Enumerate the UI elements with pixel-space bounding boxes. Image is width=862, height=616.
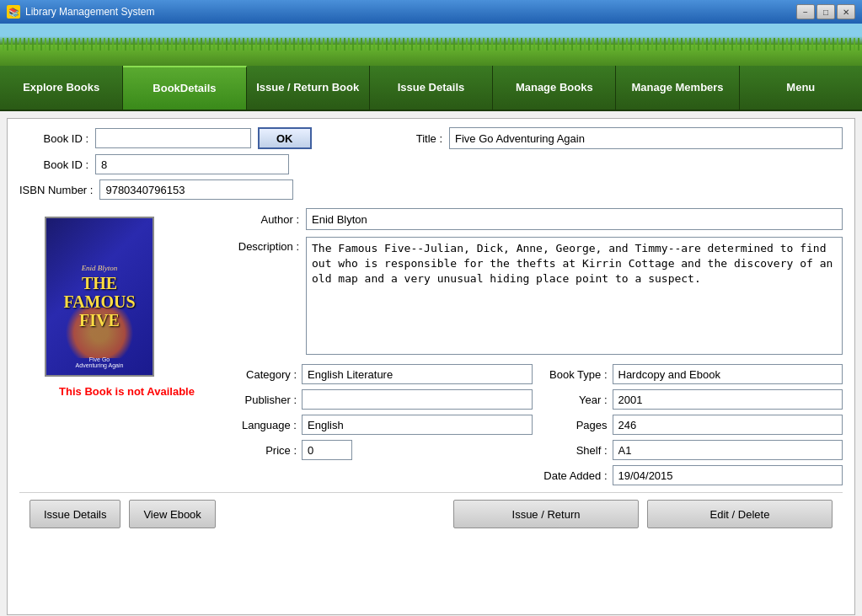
publisher-field: Publisher : xyxy=(230,389,533,410)
book-id-label2: Book ID : xyxy=(19,158,95,171)
pages-label: Pages xyxy=(541,419,613,431)
title-input[interactable] xyxy=(449,127,843,149)
year-input[interactable] xyxy=(613,389,843,410)
shelf-label: Shelf : xyxy=(541,444,613,457)
view-ebook-button[interactable]: View Ebook xyxy=(129,500,215,528)
category-input[interactable] xyxy=(302,364,533,384)
book-id-label1: Book ID : xyxy=(19,132,95,145)
cover-subtitle: Five GoAdventuring Again xyxy=(76,356,124,368)
nav-manage-members[interactable]: Manage Members xyxy=(616,66,739,110)
left-section: Enid Blyton THEFAMOUSFIVE Five GoAdventu… xyxy=(19,208,222,485)
shelf-input[interactable] xyxy=(613,440,843,460)
main-area: Enid Blyton THEFAMOUSFIVE Five GoAdventu… xyxy=(19,208,843,485)
maximize-button[interactable]: □ xyxy=(816,4,835,19)
description-row: Description : The Famous Five--Julian, D… xyxy=(230,237,843,357)
details-grid: Category : Book Type : Publisher : xyxy=(230,364,843,485)
year-field: Year : xyxy=(541,389,843,410)
price-label: Price : xyxy=(230,444,302,457)
nav-menu[interactable]: Menu xyxy=(740,66,862,110)
nav-issue-details[interactable]: Issue Details xyxy=(370,66,493,110)
nav-explore-books[interactable]: Explore Books xyxy=(0,66,123,110)
title-row: Title : xyxy=(373,127,843,149)
description-wrapper: The Famous Five--Julian, Dick, Anne, Geo… xyxy=(306,237,843,357)
availability-status: This Book is not Available xyxy=(32,385,222,398)
date-added-input[interactable] xyxy=(613,465,843,485)
book-id-row1: Book ID : OK xyxy=(19,127,356,149)
nav-book-details[interactable]: BookDetails xyxy=(123,66,246,110)
nature-header xyxy=(0,24,862,66)
issue-return-button[interactable]: Issue / Return xyxy=(453,500,639,528)
language-label: Language : xyxy=(230,419,302,431)
book-cover: Enid Blyton THEFAMOUSFIVE Five GoAdventu… xyxy=(45,217,154,377)
bottom-bar: Issue Details View Ebook Issue / Return … xyxy=(19,492,843,535)
nav-issue-return[interactable]: Issue / Return Book xyxy=(247,66,370,110)
cover-author-text: Enid Blyton xyxy=(82,264,118,272)
right-section: Author : Description : The Famous Five--… xyxy=(222,208,843,485)
app-icon: 📚 xyxy=(7,5,20,19)
content-wrapper: Book ID : OK Book ID : ISBN Number : Tit… xyxy=(7,118,855,615)
author-row: Author : xyxy=(230,208,843,230)
description-textarea[interactable]: The Famous Five--Julian, Dick, Anne, Geo… xyxy=(306,237,843,355)
book-type-label: Book Type : xyxy=(541,368,613,381)
pages-input[interactable] xyxy=(613,415,843,435)
nav-bar: Explore Books BookDetails Issue / Return… xyxy=(0,66,862,111)
category-field: Category : xyxy=(230,364,533,384)
window-controls: − □ ✕ xyxy=(796,4,855,19)
isbn-row: ISBN Number : xyxy=(19,179,356,200)
edit-delete-button[interactable]: Edit / Delete xyxy=(647,500,833,528)
book-type-field: Book Type : xyxy=(541,364,843,384)
book-id-row2: Book ID : xyxy=(19,154,356,174)
publisher-label: Publisher : xyxy=(230,394,302,406)
category-label: Category : xyxy=(230,368,302,381)
grass-blades xyxy=(0,38,862,51)
year-label: Year : xyxy=(541,394,613,406)
date-added-label: Date Added : xyxy=(541,469,613,482)
title-label: Title : xyxy=(373,132,449,145)
book-type-input[interactable] xyxy=(613,364,843,384)
cover-title: THEFAMOUSFIVE xyxy=(63,274,135,329)
price-field: Price : xyxy=(230,440,533,460)
app-title: Library Management System xyxy=(25,6,154,18)
close-button[interactable]: ✕ xyxy=(837,4,855,19)
minimize-button[interactable]: − xyxy=(796,4,815,19)
book-id-input[interactable] xyxy=(95,128,251,148)
price-input[interactable] xyxy=(302,440,352,460)
title-bar: 📚 Library Management System − □ ✕ xyxy=(0,0,862,24)
author-input[interactable] xyxy=(306,208,843,230)
date-added-field: Date Added : xyxy=(541,465,843,485)
isbn-input[interactable] xyxy=(99,179,293,200)
author-label: Author : xyxy=(230,213,306,226)
issue-details-button[interactable]: Issue Details xyxy=(29,500,120,528)
ok-button[interactable]: OK xyxy=(258,127,312,149)
description-label: Description : xyxy=(230,237,306,253)
language-input[interactable] xyxy=(302,415,533,435)
empty-field xyxy=(230,465,533,485)
title-section: Title : xyxy=(356,127,843,156)
nav-manage-books[interactable]: Manage Books xyxy=(493,66,616,110)
publisher-input[interactable] xyxy=(302,389,533,410)
isbn-label: ISBN Number : xyxy=(19,184,99,196)
shelf-field: Shelf : xyxy=(541,440,843,460)
pages-field: Pages xyxy=(541,415,843,435)
language-field: Language : xyxy=(230,415,533,435)
book-id-value[interactable] xyxy=(95,154,289,174)
